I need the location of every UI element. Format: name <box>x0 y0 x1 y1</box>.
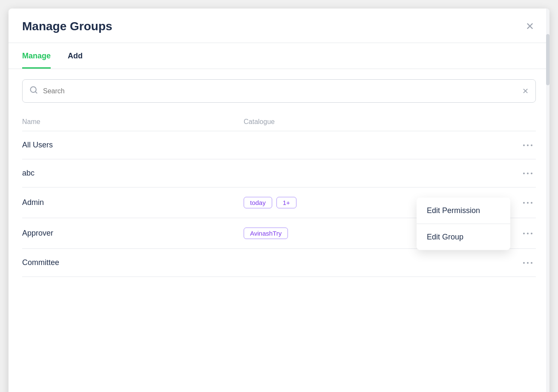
search-wrapper: ✕ <box>22 79 536 103</box>
svg-point-14 <box>523 262 525 264</box>
more-button-all-users[interactable] <box>520 142 536 148</box>
search-clear-button[interactable]: ✕ <box>522 86 529 96</box>
svg-point-12 <box>527 233 529 234</box>
row-actions-approver <box>510 231 536 236</box>
row-name-admin: Admin <box>22 198 244 207</box>
table-row: Committee <box>22 249 536 277</box>
catalogue-tag: 1+ <box>276 197 296 208</box>
svg-point-8 <box>523 202 525 204</box>
search-input[interactable] <box>43 87 522 95</box>
svg-point-11 <box>523 233 525 234</box>
table-container: Name Catalogue All Users abc <box>9 113 549 277</box>
svg-point-15 <box>527 262 529 264</box>
svg-point-10 <box>531 202 532 204</box>
edit-permission-button[interactable]: Edit Permission <box>417 197 510 223</box>
row-actions-committee <box>510 260 536 266</box>
svg-point-9 <box>527 202 529 204</box>
svg-point-16 <box>531 262 532 264</box>
more-button-abc[interactable] <box>520 170 536 176</box>
tab-add[interactable]: Add <box>68 43 83 69</box>
svg-point-5 <box>523 173 525 174</box>
catalogue-tag: today <box>244 197 272 208</box>
manage-groups-modal: Manage Groups ✕ Manage Add ✕ Name Catalo… <box>9 9 549 392</box>
column-header-catalogue: Catalogue <box>244 118 510 126</box>
svg-point-4 <box>531 144 532 146</box>
modal-title: Manage Groups <box>22 20 112 33</box>
svg-point-3 <box>527 144 529 146</box>
row-actions-all-users <box>510 142 536 148</box>
edit-group-button[interactable]: Edit Group <box>417 224 510 250</box>
row-name-abc: abc <box>22 169 244 178</box>
row-actions-abc <box>510 170 536 176</box>
search-icon <box>29 86 38 96</box>
table-row: All Users <box>22 131 536 159</box>
tab-manage[interactable]: Manage <box>22 43 51 69</box>
table-header: Name Catalogue <box>22 113 536 131</box>
modal-header: Manage Groups ✕ <box>9 9 549 43</box>
close-modal-button[interactable]: ✕ <box>524 19 536 34</box>
row-name-all-users: All Users <box>22 141 244 150</box>
more-button-approver[interactable] <box>520 231 536 236</box>
svg-line-1 <box>35 92 37 93</box>
row-name-approver: Approver <box>22 229 244 238</box>
svg-point-6 <box>527 173 529 174</box>
table-row: abc <box>22 159 536 187</box>
row-name-committee: Committee <box>22 258 244 267</box>
column-header-name: Name <box>22 118 244 126</box>
scrollbar-track[interactable] <box>546 9 549 392</box>
svg-point-7 <box>531 173 532 174</box>
more-button-committee[interactable] <box>520 260 536 266</box>
tabs-container: Manage Add <box>9 43 549 69</box>
column-header-actions <box>510 118 536 126</box>
row-actions-admin <box>510 200 536 206</box>
more-button-admin[interactable] <box>520 200 536 206</box>
search-container: ✕ <box>22 79 536 103</box>
scrollbar-thumb[interactable] <box>546 34 549 85</box>
table-row: Admin today 1+ Edit Permission Edit Gr <box>22 187 536 218</box>
catalogue-tag: AvinashTry <box>244 228 288 239</box>
context-menu: Edit Permission Edit Group <box>417 197 510 250</box>
svg-point-2 <box>523 144 525 146</box>
svg-point-13 <box>531 233 532 234</box>
